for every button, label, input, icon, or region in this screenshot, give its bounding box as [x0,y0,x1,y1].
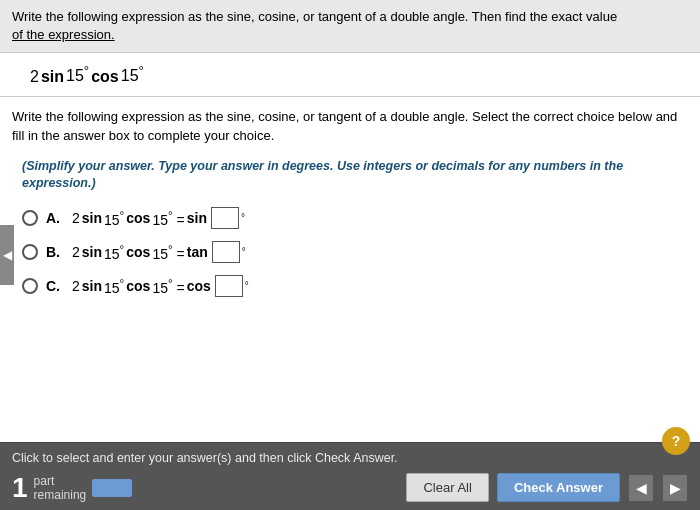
opt-a-ang1: 15° [104,208,124,228]
part-number: 1 [12,474,28,502]
opt-a-func: sin [187,210,207,226]
bottom-instruction: Click to select and enter your answer(s)… [12,451,688,465]
opt-b-ang2: 15° = [152,242,184,262]
option-text-b: 2 sin 15° cos 15° = tan ° [72,241,246,263]
option-row-c[interactable]: C. 2 sin 15° cos 15° = cos ° [22,275,678,297]
simplify-note: (Simplify your answer. Type your answer … [12,154,688,197]
opt-b-cos: cos [126,244,150,260]
screen: ◀ Write the following expression as the … [0,0,700,510]
part-label: part [34,474,87,488]
opt-c-degree: ° [245,280,249,291]
expr-angle2: 15° [121,63,144,85]
part-info: 1 part remaining [12,474,132,502]
check-answer-button[interactable]: Check Answer [497,473,620,502]
simplify-text: (Simplify your answer. Type your answer … [22,159,623,191]
opt-b-ang1: 15° [104,242,124,262]
expr-sin: sin [41,68,64,86]
answer-box-a[interactable] [211,207,239,229]
option-label-b: B. [46,244,60,260]
next-nav-button[interactable]: ▶ [662,474,688,502]
opt-a-sin: sin [82,210,102,226]
help-icon: ? [672,433,681,449]
option-label-a: A. [46,210,60,226]
opt-a-coeff: 2 [72,210,80,226]
option-label-c: C. [46,278,60,294]
opt-b-func: tan [187,244,208,260]
option-row-a[interactable]: A. 2 sin 15° cos 15° = sin ° [22,207,678,229]
top-instruction-text2: of the expression. [12,27,115,42]
expr-angle1: 15° [66,63,89,85]
opt-a-degree: ° [241,212,245,223]
bottom-controls: 1 part remaining Clear All Check Answer … [12,473,688,502]
opt-a-ang2: 15° = [152,208,184,228]
radio-b[interactable] [22,244,38,260]
main-instruction: Write the following expression as the si… [12,107,688,146]
answer-box-b[interactable] [212,241,240,263]
expr-cos: cos [91,68,119,86]
opt-c-ang2: 15° = [152,276,184,296]
opt-c-sin: sin [82,278,102,294]
remaining-label: remaining [34,488,87,502]
opt-b-sin: sin [82,244,102,260]
opt-c-ang1: 15° [104,276,124,296]
bottom-bar: Click to select and enter your answer(s)… [0,442,700,510]
left-scroll-arrow[interactable]: ◀ [0,225,14,285]
progress-bar [92,479,132,497]
top-instruction-text1: Write the following expression as the si… [12,9,617,24]
answer-box-c[interactable] [215,275,243,297]
clear-all-button[interactable]: Clear All [406,473,488,502]
expression-display: 2 sin 15° cos 15° [0,53,700,96]
main-content: Write the following expression as the si… [0,97,700,442]
expr-coeff: 2 [30,68,39,86]
option-text-a: 2 sin 15° cos 15° = sin ° [72,207,245,229]
prev-nav-button[interactable]: ◀ [628,474,654,502]
opt-c-coeff: 2 [72,278,80,294]
radio-a[interactable] [22,210,38,226]
opt-b-coeff: 2 [72,244,80,260]
main-expression: 2 sin 15° cos 15° [30,63,144,85]
help-button[interactable]: ? [662,427,690,455]
answer-options: A. 2 sin 15° cos 15° = sin ° B. 2 sin 15… [12,207,688,297]
question-area: ◀ Write the following expression as the … [0,0,700,510]
radio-c[interactable] [22,278,38,294]
part-text: part remaining [34,474,87,502]
opt-b-degree: ° [242,246,246,257]
top-instruction: Write the following expression as the si… [0,0,700,53]
option-row-b[interactable]: B. 2 sin 15° cos 15° = tan ° [22,241,678,263]
option-text-c: 2 sin 15° cos 15° = cos ° [72,275,249,297]
opt-c-func: cos [187,278,211,294]
opt-c-cos: cos [126,278,150,294]
opt-a-cos: cos [126,210,150,226]
